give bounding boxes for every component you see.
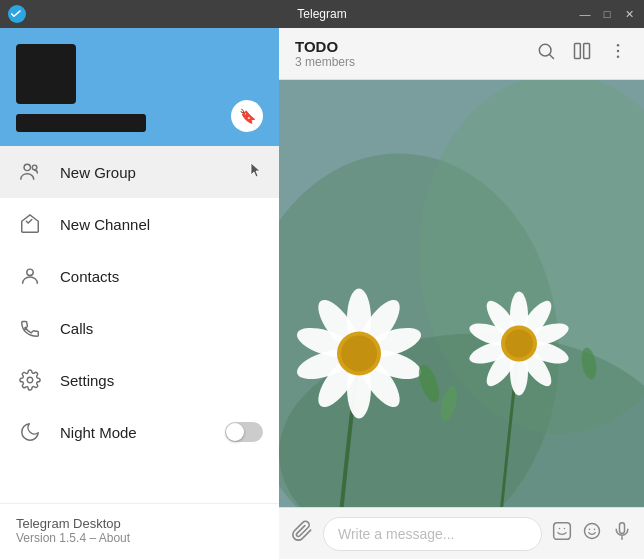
chat-info: TODO 3 members xyxy=(295,38,536,69)
svg-point-38 xyxy=(505,330,533,358)
svg-point-43 xyxy=(559,528,561,530)
sidebar-item-calls[interactable]: Calls xyxy=(0,302,279,354)
svg-rect-7 xyxy=(584,44,590,59)
chat-title: TODO xyxy=(295,38,536,55)
sidebar-item-contacts[interactable]: Contacts xyxy=(0,250,279,302)
svg-rect-42 xyxy=(554,523,571,540)
message-placeholder: Write a message... xyxy=(338,526,454,542)
columns-button[interactable] xyxy=(572,41,592,66)
sidebar-menu: New Group New Channel xyxy=(0,146,279,503)
main-layout: 🔖 New Group xyxy=(0,28,644,559)
group-icon xyxy=(16,158,44,186)
svg-point-44 xyxy=(564,528,566,530)
saved-messages-button[interactable]: 🔖 xyxy=(231,100,263,132)
settings-label: Settings xyxy=(60,372,263,389)
chat-body xyxy=(279,80,644,507)
channel-icon xyxy=(16,210,44,238)
sidebar: 🔖 New Group xyxy=(0,28,279,559)
toggle-knob xyxy=(226,423,244,441)
message-bar: Write a message... xyxy=(279,507,644,559)
sidebar-item-night-mode[interactable]: Night Mode xyxy=(0,406,279,458)
contacts-icon xyxy=(16,262,44,290)
attach-button[interactable] xyxy=(291,520,313,547)
input-actions xyxy=(552,521,632,546)
svg-point-3 xyxy=(27,269,33,275)
svg-rect-6 xyxy=(575,44,581,59)
window-controls: — □ ✕ xyxy=(578,7,636,21)
svg-point-1 xyxy=(24,164,30,170)
sidebar-item-new-channel[interactable]: New Channel xyxy=(0,198,279,250)
chat-background xyxy=(279,80,644,507)
app-logo xyxy=(8,5,26,23)
settings-icon xyxy=(16,366,44,394)
sidebar-item-new-group[interactable]: New Group xyxy=(0,146,279,198)
maximize-button[interactable]: □ xyxy=(600,7,614,21)
night-mode-label: Night Mode xyxy=(60,424,225,441)
svg-point-9 xyxy=(617,50,620,53)
chat-subtitle: 3 members xyxy=(295,55,536,69)
titlebar: Telegram — □ ✕ xyxy=(0,0,644,28)
calls-label: Calls xyxy=(60,320,263,337)
new-channel-label: New Channel xyxy=(60,216,263,233)
new-group-label: New Group xyxy=(60,164,263,181)
svg-point-4 xyxy=(27,377,33,383)
avatar xyxy=(16,44,76,104)
minimize-button[interactable]: — xyxy=(578,7,592,21)
close-button[interactable]: ✕ xyxy=(622,7,636,21)
chat-actions xyxy=(536,41,628,66)
sidebar-profile-header: 🔖 xyxy=(0,28,279,146)
app-name: Telegram Desktop xyxy=(16,516,263,531)
bookmark-icon: 🔖 xyxy=(239,108,256,124)
chat-area: TODO 3 members xyxy=(279,28,644,559)
more-button[interactable] xyxy=(608,41,628,66)
svg-point-26 xyxy=(341,336,377,372)
emoji-button[interactable] xyxy=(582,521,602,546)
version-info: Version 1.5.4 – About xyxy=(16,531,263,545)
chat-header: TODO 3 members xyxy=(279,28,644,80)
voice-button[interactable] xyxy=(612,521,632,546)
svg-rect-48 xyxy=(620,523,625,534)
sticker-button[interactable] xyxy=(552,521,572,546)
svg-point-2 xyxy=(32,165,37,170)
calls-icon xyxy=(16,314,44,342)
svg-point-46 xyxy=(589,529,591,531)
profile-name xyxy=(16,114,146,132)
window-title: Telegram xyxy=(297,7,346,21)
sidebar-footer: Telegram Desktop Version 1.5.4 – About xyxy=(0,503,279,559)
message-input[interactable]: Write a message... xyxy=(323,517,542,551)
svg-point-45 xyxy=(585,524,600,539)
svg-point-47 xyxy=(594,529,596,531)
svg-point-10 xyxy=(617,56,620,59)
night-mode-icon xyxy=(16,418,44,446)
night-mode-toggle[interactable] xyxy=(225,422,263,442)
sidebar-item-settings[interactable]: Settings xyxy=(0,354,279,406)
search-button[interactable] xyxy=(536,41,556,66)
contacts-label: Contacts xyxy=(60,268,263,285)
svg-point-8 xyxy=(617,44,620,47)
